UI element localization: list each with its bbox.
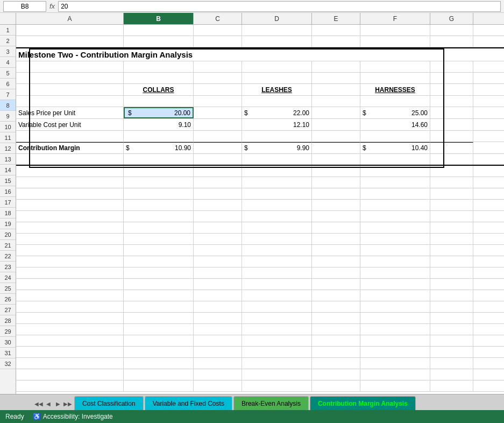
cell-c9[interactable] xyxy=(194,119,242,130)
cell-g11[interactable] xyxy=(430,142,473,153)
cell-f7[interactable] xyxy=(360,96,430,107)
cell-g1[interactable] xyxy=(430,25,473,36)
col-header-a[interactable]: A xyxy=(16,13,124,24)
col-header-f[interactable]: F xyxy=(360,13,430,24)
cell-a12[interactable] xyxy=(16,154,124,165)
cell-g12[interactable] xyxy=(430,154,473,165)
cell-e8[interactable] xyxy=(312,107,360,118)
cell-a1[interactable] xyxy=(16,25,124,36)
cell-a8-label[interactable]: Sales Price per Unit xyxy=(16,107,124,118)
row-num-23[interactable]: 23 xyxy=(0,262,16,272)
cell-g8[interactable] xyxy=(430,107,473,118)
cell-c4[interactable] xyxy=(194,61,242,72)
cell-d9-value[interactable]: 12.10 xyxy=(242,119,312,130)
cell-d4[interactable] xyxy=(242,61,312,72)
tab-cost-classification[interactable]: Cost Classification xyxy=(74,396,144,410)
row-num-10[interactable]: 10 xyxy=(0,122,16,132)
cell-a5[interactable] xyxy=(16,73,124,83)
cell-a2[interactable] xyxy=(16,36,124,47)
cell-c8[interactable] xyxy=(194,107,242,118)
row-num-27[interactable]: 27 xyxy=(0,305,16,315)
cell-a7[interactable] xyxy=(16,96,124,107)
row-num-5[interactable]: 5 xyxy=(0,68,16,79)
cell-g10[interactable] xyxy=(430,131,473,142)
row-num-8[interactable]: 8 xyxy=(0,100,16,111)
cell-g2[interactable] xyxy=(430,36,473,47)
nav-next-icon[interactable]: ▶ xyxy=(54,399,62,408)
cell-e1[interactable] xyxy=(312,25,360,36)
cell-b2[interactable] xyxy=(124,36,194,47)
cell-a11-label[interactable]: Contribution Margin xyxy=(16,142,124,153)
formula-content[interactable]: 20 xyxy=(58,1,501,12)
cell-f2[interactable] xyxy=(360,36,430,47)
cell-c2[interactable] xyxy=(194,36,242,47)
row-num-12[interactable]: 12 xyxy=(0,143,16,154)
cell-f8[interactable]: $ 25.00 xyxy=(360,107,430,118)
row-num-13[interactable]: 13 xyxy=(0,154,16,165)
tab-contribution-margin[interactable]: Contribution Margin Analysis xyxy=(310,396,416,410)
cell-c10[interactable] xyxy=(194,131,242,142)
row-num-32[interactable]: 32 xyxy=(0,358,16,369)
cell-c7[interactable] xyxy=(194,96,242,107)
row-num-19[interactable]: 19 xyxy=(0,218,16,229)
cell-f5[interactable] xyxy=(360,73,430,83)
cell-d11[interactable]: $ 9.90 xyxy=(242,142,312,153)
row-num-15[interactable]: 15 xyxy=(0,175,16,186)
row-num-14[interactable]: 14 xyxy=(0,165,16,175)
cell-g4[interactable] xyxy=(430,61,473,72)
col-header-c[interactable]: C xyxy=(194,13,242,24)
cell-b5[interactable] xyxy=(124,73,194,83)
nav-last-icon[interactable]: ▶▶ xyxy=(63,399,72,408)
row-num-7[interactable]: 7 xyxy=(0,89,16,100)
cell-d10[interactable] xyxy=(242,131,312,142)
col-header-g[interactable]: G xyxy=(430,13,473,24)
cell-e7[interactable] xyxy=(312,96,360,107)
cell-b1[interactable] xyxy=(124,25,194,36)
accessibility-bar[interactable]: ♿ Accessibility: Investigate xyxy=(33,413,113,420)
cell-b4[interactable] xyxy=(124,61,194,72)
cell-d1[interactable] xyxy=(242,25,312,36)
row-num-29[interactable]: 29 xyxy=(0,326,16,337)
cell-f1[interactable] xyxy=(360,25,430,36)
row-num-1[interactable]: 1 xyxy=(0,25,16,36)
row-num-24[interactable]: 24 xyxy=(0,272,16,283)
row-num-9[interactable]: 9 xyxy=(0,111,16,122)
cell-e2[interactable] xyxy=(312,36,360,47)
cell-f10[interactable] xyxy=(360,131,430,142)
cell-d8[interactable]: $ 22.00 xyxy=(242,107,312,118)
row-num-6[interactable]: 6 xyxy=(0,79,16,89)
col-header-b[interactable]: B xyxy=(124,13,194,24)
row-num-18[interactable]: 18 xyxy=(0,208,16,218)
cell-f12[interactable] xyxy=(360,154,430,165)
cell-e4[interactable] xyxy=(312,61,360,72)
col-header-e[interactable]: E xyxy=(312,13,360,24)
cell-e12[interactable] xyxy=(312,154,360,165)
row-num-3[interactable]: 3 xyxy=(0,46,16,57)
cell-a10[interactable] xyxy=(16,131,124,142)
row-num-16[interactable]: 16 xyxy=(0,186,16,197)
cell-f6-harnesses[interactable]: HARNESSES xyxy=(360,84,430,95)
cell-e10[interactable] xyxy=(312,131,360,142)
cell-b9-value[interactable]: 9.10 xyxy=(124,119,194,130)
cell-c11[interactable] xyxy=(194,142,242,153)
cell-c12[interactable] xyxy=(194,154,242,165)
cell-c1[interactable] xyxy=(194,25,242,36)
tab-variable-fixed[interactable]: Variable and Fixed Costs xyxy=(145,396,232,410)
row-num-17[interactable]: 17 xyxy=(0,197,16,208)
cell-f11[interactable]: $ 10.40 xyxy=(360,142,430,153)
cell-e9[interactable] xyxy=(312,119,360,130)
cell-b11[interactable]: $ 10.90 xyxy=(124,142,194,153)
cell-a6[interactable] xyxy=(16,84,124,95)
cell-b8-selected[interactable]: $ 20.00 xyxy=(124,107,194,118)
cell-a3-title[interactable]: Milestone Two - Contribution Margin Anal… xyxy=(16,48,457,61)
row-num-25[interactable]: 25 xyxy=(0,283,16,294)
cell-d6-leashes[interactable]: LEASHES xyxy=(242,84,312,95)
cell-g6[interactable] xyxy=(430,84,473,95)
cell-d7[interactable] xyxy=(242,96,312,107)
cell-a4[interactable] xyxy=(16,61,124,72)
cell-e5[interactable] xyxy=(312,73,360,83)
row-num-20[interactable]: 20 xyxy=(0,229,16,240)
row-num-4[interactable]: 4 xyxy=(0,57,16,68)
cell-d2[interactable] xyxy=(242,36,312,47)
row-num-11[interactable]: 11 xyxy=(0,132,16,143)
